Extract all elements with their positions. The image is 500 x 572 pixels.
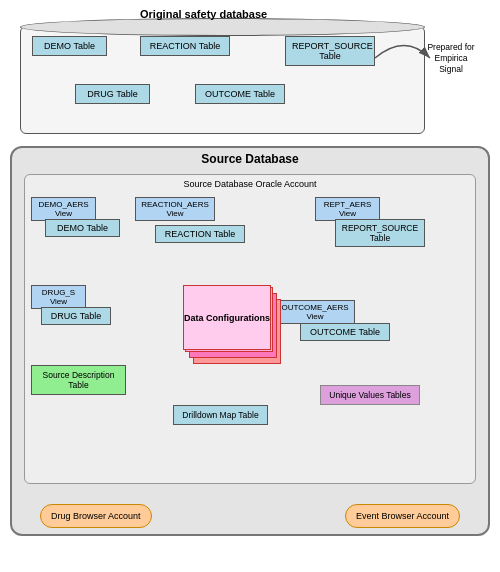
event-browser-account[interactable]: Event Browser Account xyxy=(345,504,460,528)
reaction-table-orig: REACTION Table xyxy=(140,36,230,56)
data-config-stack: Data Configurations xyxy=(183,285,283,365)
reaction-aers-view: REACTION_AERS View xyxy=(135,197,215,221)
drilldown-map-table: Drilldown Map Table xyxy=(173,405,268,425)
original-db-section: Original safety database DEMO Table REAC… xyxy=(20,8,480,138)
oracle-account-label: Source Database Oracle Account xyxy=(183,179,316,189)
outcome-table-orig: OUTCOME Table xyxy=(195,84,285,104)
outcome-aers-view: OUTCOME_AERS View xyxy=(275,300,355,324)
outcome-table-src: OUTCOME Table xyxy=(300,323,390,341)
data-config-label: Data Configurations xyxy=(184,313,270,323)
drug-s-view: DRUG_S View xyxy=(31,285,86,309)
prepared-label: Prepared for Empirica Signal xyxy=(422,42,480,75)
drug-browser-account[interactable]: Drug Browser Account xyxy=(40,504,152,528)
drug-table-src: DRUG Table xyxy=(41,307,111,325)
reaction-table-src: REACTION Table xyxy=(155,225,245,243)
unique-values-table: Unique Values Tables xyxy=(320,385,420,405)
demo-table-src: DEMO Table xyxy=(45,219,120,237)
source-db-title: Source Database xyxy=(201,152,298,166)
demo-table-orig: DEMO Table xyxy=(32,36,107,56)
original-db-title: Original safety database xyxy=(140,8,267,20)
demo-aers-view: DEMO_AERS View xyxy=(31,197,96,221)
original-db-top-ellipse xyxy=(20,18,425,36)
source-db-section: Source Database Source Database Oracle A… xyxy=(10,146,490,536)
rept-aers-view: REPT_AERS View xyxy=(315,197,380,221)
main-container: Original safety database DEMO Table REAC… xyxy=(0,0,500,572)
oracle-account-region: Source Database Oracle Account DEMO_AERS… xyxy=(24,174,476,484)
report-source-table-src: REPORT_SOURCE Table xyxy=(335,219,425,247)
report-source-table-orig: REPORT_SOURCE Table xyxy=(285,36,375,66)
drug-table-orig: DRUG Table xyxy=(75,84,150,104)
source-desc-table: Source Description Table xyxy=(31,365,126,395)
